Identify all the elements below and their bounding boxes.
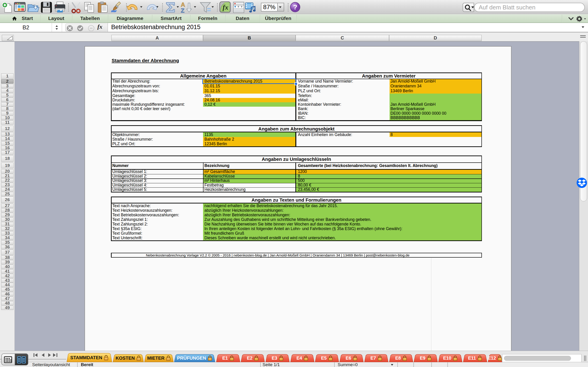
svg-text:?: ? (293, 3, 297, 11)
svg-text:Z: Z (181, 7, 184, 14)
svg-text:fx: fx (223, 3, 228, 11)
